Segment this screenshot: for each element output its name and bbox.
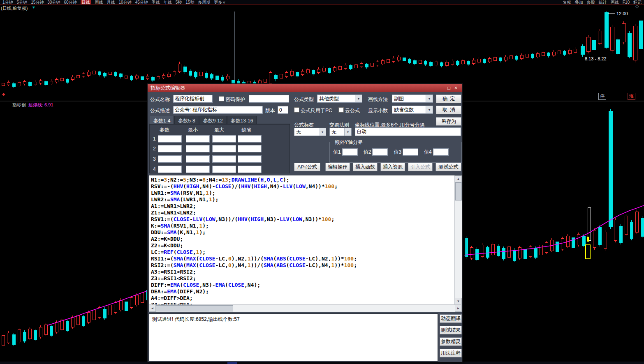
param-input-r1c2[interactable] — [186, 135, 210, 143]
code-lines[interactable]: N1:=3;N2:=5;N3:=8;N4:=13;DRAWLINE(H,O,L,… — [149, 175, 457, 306]
pc-only-checkbox[interactable] — [294, 107, 299, 113]
toolbar-item[interactable]: 标记 — [633, 0, 642, 5]
param-input-r3c4[interactable] — [238, 155, 262, 163]
param-input-r2c1[interactable] — [158, 145, 182, 152]
scroll-left-icon[interactable]: ◄ — [149, 305, 156, 312]
param-input-r1c1[interactable] — [158, 135, 182, 143]
y-value-input-2[interactable] — [372, 148, 388, 156]
action-button-1[interactable]: AI写公式 — [294, 163, 320, 171]
toolbar-item[interactable]: F10 — [623, 0, 630, 5]
version-input[interactable] — [278, 106, 288, 114]
toolbar-item[interactable]: 复权 — [563, 0, 571, 5]
param-input-r4c1[interactable] — [158, 166, 182, 173]
axis-pos-input[interactable] — [355, 127, 461, 136]
period-item[interactable]: 1分钟 — [2, 0, 13, 5]
ok-button[interactable]: 确 定 — [436, 94, 461, 103]
action-button-4[interactable]: 插入资源 — [380, 163, 405, 171]
dialog-titlebar[interactable]: 指标公式编辑器 □ × — [148, 84, 462, 92]
param-input-r1c3[interactable] — [212, 135, 236, 143]
toolbar-item[interactable]: 叠加 — [575, 0, 583, 5]
favorite-icon[interactable]: ♥ — [32, 5, 35, 9]
period-list: 1分钟5分钟15分钟30分钟60分钟日线周线月线10分钟45分钟季线年线5秒15… — [2, 0, 229, 4]
period-item[interactable]: 月线 — [107, 0, 115, 5]
period-item[interactable]: 年线 — [164, 0, 172, 5]
candle-main — [274, 74, 277, 81]
period-item[interactable]: 45分钟 — [135, 0, 148, 5]
close-button[interactable]: × — [452, 85, 459, 91]
side-button-3[interactable]: 参数精灵 — [440, 337, 462, 346]
period-item[interactable]: 30分钟 — [47, 0, 60, 5]
chevron-down-icon[interactable]: ▼ — [319, 128, 326, 136]
password-input[interactable] — [249, 95, 289, 103]
param-input-r3c2[interactable] — [186, 155, 210, 163]
tab-4[interactable]: 参数13-16 — [227, 116, 257, 124]
chevron-down-icon[interactable]: ▼ — [344, 128, 351, 136]
period-item[interactable]: 多周期 — [198, 0, 210, 5]
tab-3[interactable]: 参数9-12 — [199, 116, 227, 124]
tab-1[interactable]: 参数1-4 — [150, 116, 174, 124]
period-item[interactable]: 5分钟 — [17, 0, 28, 5]
period-item[interactable]: 季线 — [152, 0, 160, 5]
tab-2[interactable]: 参数5-8 — [174, 116, 199, 124]
action-button-3[interactable]: 插入函数 — [353, 163, 378, 171]
toolbar-item[interactable]: 统计 — [599, 0, 607, 5]
period-item[interactable]: 15秒 — [185, 0, 194, 5]
maximize-button[interactable]: □ — [445, 85, 452, 91]
formula-type-select[interactable]: 其他类型▼ — [317, 94, 362, 103]
scroll-right-icon[interactable]: ► — [455, 305, 462, 312]
toolbar-item[interactable]: 画线 — [611, 0, 619, 5]
param-input-r3c3[interactable] — [212, 155, 236, 163]
chevron-down-icon[interactable]: ▼ — [355, 95, 362, 102]
chevron-down-icon[interactable]: ▼ — [426, 95, 433, 102]
action-button-6[interactable]: 测试公式 — [436, 163, 461, 171]
formula-name-input[interactable] — [173, 95, 213, 103]
y-value-input-1[interactable] — [342, 148, 358, 156]
param-input-r2c4[interactable] — [238, 145, 262, 152]
side-button-2[interactable]: 测试结果 — [440, 326, 462, 334]
candle-main — [183, 65, 186, 74]
side-button-1[interactable]: 动态翻译 — [440, 314, 462, 323]
scroll-down-icon[interactable]: ▼ — [455, 298, 462, 305]
period-item[interactable]: 周线 — [95, 0, 103, 5]
param-input-r2c3[interactable] — [212, 145, 236, 152]
y-value-input-3[interactable] — [403, 148, 418, 156]
trade-rule-select[interactable]: 无▼ — [329, 128, 352, 136]
code-editor[interactable]: N1:=3;N2:=5;N3:=8;N4:=13;DRAWLINE(H,O,L,… — [148, 175, 462, 312]
vertical-scrollbar[interactable]: ▲ ▼ — [454, 175, 462, 305]
action-button-5[interactable]: 引入公式 — [408, 163, 433, 171]
halt-badge[interactable]: 停 — [598, 93, 606, 100]
formula-tag-select[interactable]: 无▼ — [294, 128, 326, 136]
chevron-down-icon[interactable]: ▼ — [426, 106, 433, 113]
period-item[interactable]: 5秒 — [176, 0, 182, 5]
horizontal-scrollbar[interactable]: ◄ ► — [149, 304, 462, 312]
side-button-4[interactable]: 用法注释 — [440, 349, 462, 357]
vertical-scroll-thumb[interactable] — [455, 182, 462, 200]
draw-method-select[interactable]: 副图▼ — [392, 94, 433, 103]
password-checkbox[interactable] — [219, 96, 224, 101]
param-input-r1c4[interactable] — [238, 135, 262, 143]
param-input-r2c2[interactable] — [186, 145, 210, 152]
y-value-input-4[interactable] — [433, 148, 449, 156]
toolbar-item[interactable]: 多股 — [587, 0, 595, 5]
period-item[interactable]: 15分钟 — [31, 0, 44, 5]
period-item[interactable]: 日线 — [81, 0, 91, 5]
horizontal-scroll-thumb[interactable] — [156, 305, 233, 311]
period-item[interactable]: 更多∨ — [214, 0, 225, 5]
candle-main — [76, 74, 79, 79]
scroll-up-icon[interactable]: ▲ — [455, 175, 462, 182]
cloud-checkbox[interactable] — [338, 107, 344, 113]
period-item[interactable]: 10分钟 — [119, 0, 132, 5]
rise-badge[interactable]: 涨 — [628, 93, 635, 100]
formula-desc-input[interactable] — [173, 106, 263, 114]
decimals-select[interactable]: 缺省位数▼ — [392, 106, 433, 114]
param-input-r3c1[interactable] — [158, 155, 182, 163]
param-input-r4c3[interactable] — [212, 166, 236, 173]
action-button-2[interactable]: 编辑操作 — [325, 163, 350, 171]
cancel-button[interactable]: 取 消 — [436, 106, 461, 114]
code-line: DDU:=SMA(K,N1,1); — [151, 229, 457, 236]
save-as-button[interactable]: 另存为 — [436, 117, 461, 126]
param-input-r4c4[interactable] — [238, 166, 262, 173]
param-input-r4c2[interactable] — [186, 166, 210, 173]
period-item[interactable]: 60分钟 — [64, 0, 76, 5]
candle-main — [199, 70, 202, 77]
